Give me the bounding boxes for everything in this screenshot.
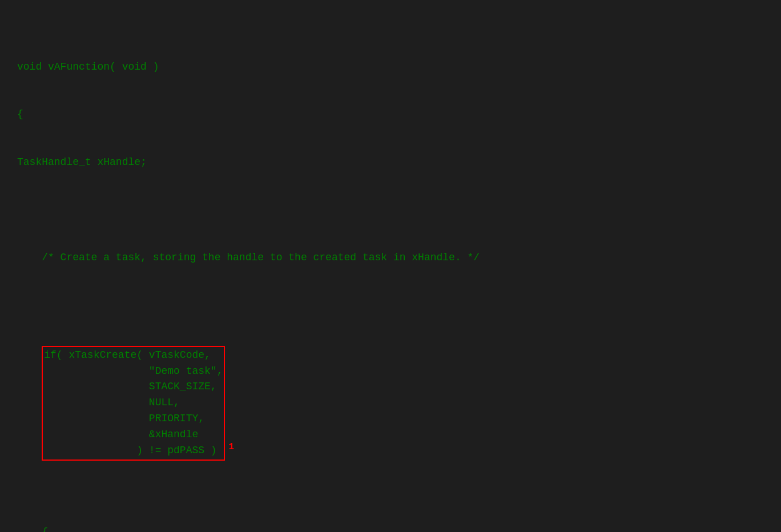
xTaskCreate-block-line: if( xTaskCreate( vTaskCode, "Demo task",…	[17, 330, 764, 477]
annotation-1: 1	[228, 442, 234, 452]
line-blank	[17, 203, 764, 219]
comment-1: /* Create a task, storing the handle to …	[17, 250, 764, 266]
xTaskCreate-box: if( xTaskCreate( vTaskCode, "Demo task",…	[42, 346, 225, 461]
code-container: void vAFunction( void ) { TaskHandle_t x…	[17, 11, 764, 532]
line-2: {	[17, 107, 764, 123]
line-3: TaskHandle_t xHandle;	[17, 155, 764, 171]
line-open-brace: {	[17, 525, 764, 533]
line-1: void vAFunction( void )	[17, 59, 764, 75]
